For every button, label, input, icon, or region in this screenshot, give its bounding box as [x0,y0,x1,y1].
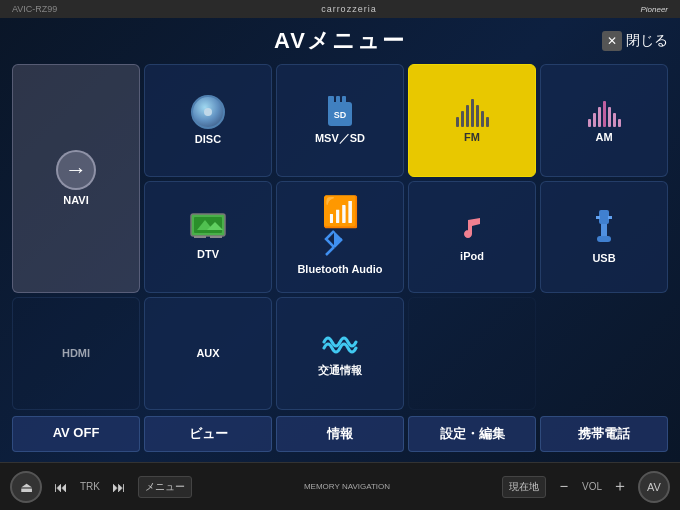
vol-label: VOL [582,481,602,492]
fm-cell[interactable]: FM [408,64,536,177]
am-label: AM [595,131,612,144]
bluetooth-cell[interactable]: 📶 Bluetooth Audio [276,181,404,294]
disc-label: DISC [195,133,221,146]
navi-cell[interactable]: → NAVI [12,64,140,293]
settings-button[interactable]: 設定・編集 [408,416,536,452]
av-grid: DISC SD MSV／SD [12,64,668,410]
hdmi-cell[interactable]: HDMI [12,297,140,410]
current-location-button[interactable]: 現在地 [502,476,546,498]
svg-text:SD: SD [334,110,347,120]
dtv-cell[interactable]: DTV [144,181,272,294]
eject-button[interactable]: ⏏ [10,471,42,503]
svg-rect-11 [599,210,609,224]
traffic-cell[interactable]: 交通情報 [276,297,404,410]
bezel-top: AVIC-RZ99 carrozzeria Pioneer [0,0,680,18]
ipod-label: iPod [460,250,484,263]
next-track-button[interactable]: ⏭ [106,475,132,499]
info-button[interactable]: 情報 [276,416,404,452]
dtv-label: DTV [197,248,219,261]
svg-rect-14 [596,216,600,219]
trk-label: TRK [80,481,100,492]
ipod-icon [458,210,486,246]
brand-area: carrozzeria [321,4,377,14]
svg-rect-10 [210,236,222,238]
vol-plus-button[interactable]: ＋ [608,474,632,499]
close-label[interactable]: 閉じる [626,32,668,50]
msv-sd-cell[interactable]: SD MSV／SD [276,64,404,177]
carrozzeria-logo: carrozzeria [321,4,377,14]
screen-header: AVメニュー ✕ 閉じる [12,26,668,56]
fm-label: FM [464,131,480,144]
vol-minus-button[interactable]: － [552,474,576,499]
empty-cell [408,297,536,410]
disc-icon [191,95,225,129]
svg-rect-1 [328,96,334,106]
fm-icon [456,97,489,127]
am-cell[interactable]: AM [540,64,668,177]
model-number: AVIC-RZ99 [12,4,57,14]
svg-rect-9 [194,236,206,238]
phone-button[interactable]: 携帯電話 [540,416,668,452]
navi-arrow-icon: → [56,150,96,190]
close-x-button[interactable]: ✕ [602,31,622,51]
svg-rect-3 [342,96,346,104]
pioneer-logo: Pioneer [640,5,668,14]
traffic-label: 交通情報 [318,364,362,377]
usb-icon [591,208,617,248]
msv-sd-label: MSV／SD [315,132,365,145]
close-area[interactable]: ✕ 閉じる [602,31,668,51]
bluetooth-icon: 📶 [322,197,359,259]
ipod-cell[interactable]: iPod [408,181,536,294]
hdmi-label: HDMI [62,347,90,360]
svg-rect-12 [601,224,607,236]
usb-label: USB [592,252,615,265]
av-button[interactable]: AV [638,471,670,503]
prev-track-button[interactable]: ⏮ [48,475,74,499]
controls-bar: ⏏ ⏮ TRK ⏭ メニュー MEMORY NAVIGATION 現在地 － V… [0,462,680,510]
view-button[interactable]: ビュー [144,416,272,452]
am-icon [588,97,621,127]
sd-icon: SD [324,96,356,128]
menu-button[interactable]: メニュー [138,476,192,498]
traffic-icon [322,330,358,360]
navi-label: NAVI [63,194,88,207]
disc-cell[interactable]: DISC [144,64,272,177]
bluetooth-label: Bluetooth Audio [297,263,382,276]
tv-icon [189,212,227,244]
memory-nav-label: MEMORY NAVIGATION [304,482,390,491]
usb-cell[interactable]: USB [540,181,668,294]
aux-label: AUX [196,347,219,360]
svg-rect-2 [336,96,340,104]
svg-rect-13 [597,236,611,242]
bottom-bar: AV OFF ビュー 情報 設定・編集 携帯電話 [12,416,668,452]
av-screen: AVメニュー ✕ 閉じる DISC SD MSV／SD [0,18,680,462]
svg-rect-15 [608,216,612,219]
av-off-button[interactable]: AV OFF [12,416,140,452]
av-menu-title: AVメニュー [274,26,406,56]
aux-cell[interactable]: AUX [144,297,272,410]
